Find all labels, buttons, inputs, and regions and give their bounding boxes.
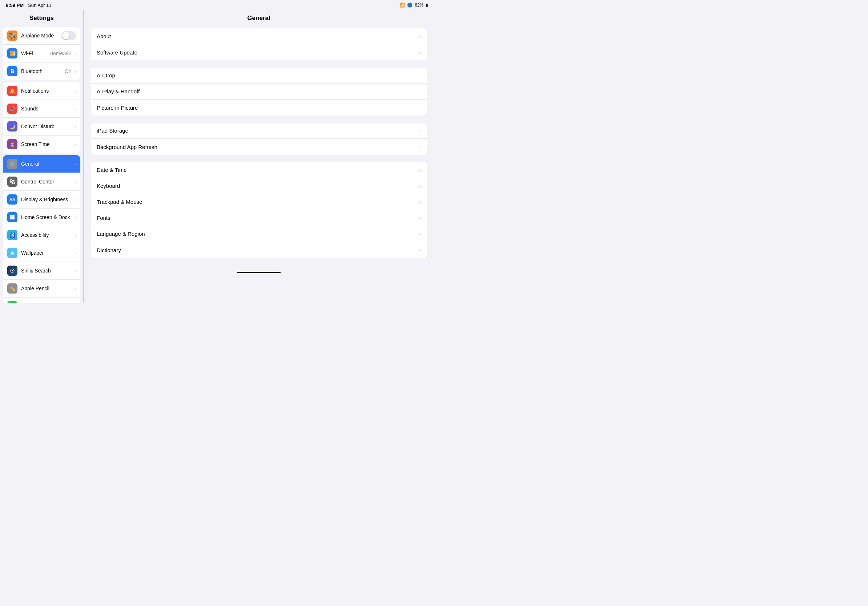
background-app-refresh-label: Background App Refresh	[97, 144, 419, 150]
apple-pencil-chevron: ›	[74, 286, 76, 291]
picture-in-picture-label: Picture in Picture	[97, 105, 419, 111]
airdrop-chevron: ›	[419, 73, 421, 79]
sidebar-item-do-not-disturb[interactable]: 🌙 Do Not Disturb ›	[3, 118, 80, 136]
sidebar-item-display-brightness[interactable]: AA Display & Brightness ›	[3, 191, 80, 209]
keyboard-label: Keyboard	[97, 183, 419, 189]
accessibility-icon: ♿	[7, 230, 17, 240]
status-time: 8:59 PM	[6, 3, 23, 8]
control-center-chevron: ›	[74, 179, 76, 185]
accessibility-label: Accessibility	[21, 232, 73, 238]
sidebar-item-bluetooth[interactable]: B Bluetooth On ›	[3, 62, 80, 80]
svg-rect-12	[12, 216, 13, 218]
battery-percentage: 62%	[415, 3, 423, 8]
siri-search-label: Siri & Search	[21, 268, 73, 274]
bluetooth-value: On	[65, 68, 71, 74]
sidebar-item-airplane-mode[interactable]: ✈️ Airplane Mode	[3, 27, 80, 45]
sounds-chevron: ›	[74, 106, 76, 111]
sidebar-item-general[interactable]: ⚙️ General ›	[3, 155, 80, 173]
airplane-mode-toggle[interactable]	[61, 31, 76, 40]
sounds-icon: 🔊	[7, 104, 17, 114]
software-update-chevron: ›	[419, 49, 421, 55]
ipad-storage-label: iPad Storage	[97, 128, 419, 134]
main-title: General	[84, 10, 434, 25]
notifications-icon: 🔔	[7, 86, 17, 96]
content-row-software-update[interactable]: Software Update ›	[91, 44, 427, 60]
sidebar-item-screen-time[interactable]: ⏳ Screen Time ›	[3, 136, 80, 153]
display-brightness-chevron: ›	[74, 197, 76, 203]
sidebar-title: Settings	[0, 10, 83, 25]
content-row-ipad-storage[interactable]: iPad Storage ›	[91, 123, 427, 139]
language-region-chevron: ›	[419, 231, 421, 237]
connectivity-group: ✈️ Airplane Mode 📶 Wi-Fi Home392 › B Blu…	[3, 27, 80, 80]
fonts-label: Fonts	[97, 215, 419, 221]
datetime-group: Date & Time › Keyboard › Trackpad & Mous…	[91, 162, 427, 258]
general-label: General	[21, 161, 73, 167]
siri-search-icon	[7, 266, 17, 276]
fonts-chevron: ›	[419, 215, 421, 221]
language-region-label: Language & Region	[97, 231, 419, 237]
sidebar-item-siri-search[interactable]: Siri & Search ›	[3, 262, 80, 280]
wallpaper-chevron: ›	[74, 250, 76, 256]
sidebar-item-apple-pencil[interactable]: ✏️ Apple Pencil ›	[3, 280, 80, 298]
sidebar-item-wifi[interactable]: 📶 Wi-Fi Home392 ›	[3, 45, 80, 62]
svg-rect-7	[13, 218, 14, 220]
notifications-chevron: ›	[74, 88, 76, 94]
system-group: ⚙️ General › Control Center › AA Display…	[3, 155, 80, 303]
about-chevron: ›	[419, 33, 421, 39]
apple-pencil-icon: ✏️	[7, 283, 17, 294]
content-row-fonts[interactable]: Fonts ›	[91, 210, 427, 226]
sidebar: Settings ✈️ Airplane Mode 📶 Wi-Fi Home39…	[0, 10, 84, 303]
location-icon: 🔵	[407, 3, 412, 8]
svg-rect-6	[10, 218, 12, 220]
sidebar-item-wallpaper[interactable]: ❀ Wallpaper ›	[3, 244, 80, 262]
svg-rect-10	[13, 216, 14, 218]
keyboard-chevron: ›	[419, 183, 421, 189]
svg-point-1	[12, 182, 14, 184]
sidebar-item-face-id[interactable]: Face ID & Passcode ›	[3, 298, 80, 303]
notifications-group: 🔔 Notifications › 🔊 Sounds › 🌙 Do Not Di…	[3, 82, 80, 153]
sidebar-item-home-screen-dock[interactable]: Home Screen & Dock ›	[3, 209, 80, 226]
content-row-background-app-refresh[interactable]: Background App Refresh ›	[91, 139, 427, 155]
accessibility-chevron: ›	[74, 232, 76, 238]
airplay-handoff-chevron: ›	[419, 89, 421, 94]
toggle-thumb	[62, 32, 70, 39]
sidebar-item-accessibility[interactable]: ♿ Accessibility ›	[3, 226, 80, 244]
dictionary-label: Dictionary	[97, 247, 419, 253]
wifi-value: Home392	[50, 51, 71, 56]
screen-time-label: Screen Time	[21, 141, 73, 147]
main-content: General About › Software Update › AirDro…	[84, 10, 434, 303]
general-icon: ⚙️	[7, 159, 17, 169]
background-app-refresh-chevron: ›	[419, 144, 421, 150]
content-row-date-time[interactable]: Date & Time ›	[91, 162, 427, 178]
content-row-dictionary[interactable]: Dictionary ›	[91, 242, 427, 258]
svg-point-14	[12, 270, 13, 271]
picture-in-picture-chevron: ›	[419, 105, 421, 110]
content-row-about[interactable]: About ›	[91, 28, 427, 44]
date-time-chevron: ›	[419, 167, 421, 173]
sidebar-item-notifications[interactable]: 🔔 Notifications ›	[3, 82, 80, 100]
home-screen-dock-chevron: ›	[74, 215, 76, 220]
content-area: About › Software Update › AirDrop › AirP…	[84, 25, 434, 269]
ipad-storage-chevron: ›	[419, 128, 421, 134]
sidebar-item-sounds[interactable]: 🔊 Sounds ›	[3, 100, 80, 118]
scroll-indicator	[237, 272, 281, 273]
svg-rect-9	[10, 216, 12, 218]
svg-rect-8	[12, 215, 13, 216]
content-row-language-region[interactable]: Language & Region ›	[91, 226, 427, 242]
content-row-picture-in-picture[interactable]: Picture in Picture ›	[91, 99, 427, 116]
airplane-mode-icon: ✈️	[7, 31, 17, 41]
general-chevron: ›	[74, 161, 76, 167]
content-row-trackpad-mouse[interactable]: Trackpad & Mouse ›	[91, 194, 427, 210]
content-row-airdrop[interactable]: AirDrop ›	[91, 68, 427, 83]
content-row-keyboard[interactable]: Keyboard ›	[91, 178, 427, 194]
wallpaper-icon: ❀	[7, 248, 17, 258]
siri-search-chevron: ›	[74, 268, 76, 274]
about-group: About › Software Update ›	[91, 28, 427, 60]
scroll-indicator-container	[84, 272, 434, 279]
face-id-icon	[7, 301, 17, 303]
battery-icon: ▮	[426, 3, 428, 8]
sidebar-item-control-center[interactable]: Control Center ›	[3, 173, 80, 191]
do-not-disturb-chevron: ›	[74, 124, 76, 129]
home-screen-dock-icon	[7, 212, 17, 223]
content-row-airplay-handoff[interactable]: AirPlay & Handoff ›	[91, 83, 427, 99]
